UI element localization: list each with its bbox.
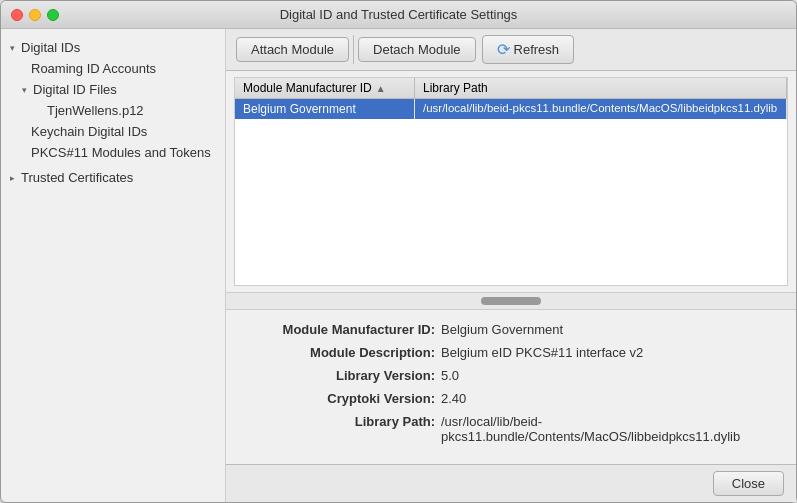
sidebar-label-digital-ids: Digital IDs — [21, 40, 80, 55]
window-title: Digital ID and Trusted Certificate Setti… — [280, 7, 518, 22]
detail-value-cryptoki: 2.40 — [441, 391, 776, 406]
table-header: Module Manufacturer ID ▲ Library Path — [235, 78, 787, 99]
detail-value-library-path: /usr/local/lib/beid-pkcs11.bundle/Conten… — [441, 414, 776, 444]
attach-module-button[interactable]: Attach Module — [236, 37, 349, 62]
content-area: Digital IDs Roaming ID Accounts Digital … — [1, 29, 796, 502]
detail-row-library-version: Library Version: 5.0 — [246, 368, 776, 383]
scrollbar-area — [226, 292, 796, 309]
module-table: Module Manufacturer ID ▲ Library Path Be… — [234, 77, 788, 286]
sidebar-label-roaming: Roaming ID Accounts — [31, 61, 156, 76]
arrow-trusted — [5, 171, 19, 185]
sidebar-label-pkcs: PKCS#11 Modules and Tokens — [31, 145, 211, 160]
sidebar-item-files[interactable]: Digital ID Files — [1, 79, 225, 100]
arrow-digital-ids — [5, 41, 19, 55]
main-panel: Attach Module Detach Module ⟳ Refresh Mo… — [226, 29, 796, 502]
col-header-manufacturer[interactable]: Module Manufacturer ID ▲ — [235, 78, 415, 98]
close-button[interactable]: Close — [713, 471, 784, 496]
detail-row-library-path: Library Path: /usr/local/lib/beid-pkcs11… — [246, 414, 776, 444]
sidebar-label-files: Digital ID Files — [33, 82, 117, 97]
col-library-label: Library Path — [423, 81, 488, 95]
sidebar-item-digital-ids[interactable]: Digital IDs — [1, 37, 225, 58]
maximize-traffic-light[interactable] — [47, 9, 59, 21]
detail-label-library-version: Library Version: — [246, 368, 441, 383]
sort-arrow-manufacturer: ▲ — [376, 83, 386, 94]
detail-value-manufacturer: Belgium Government — [441, 322, 776, 337]
detail-label-library-path: Library Path: — [246, 414, 441, 444]
arrow-files — [17, 83, 31, 97]
sidebar-label-tjenwellens: TjenWellens.p12 — [47, 103, 144, 118]
main-window: Digital ID and Trusted Certificate Setti… — [0, 0, 797, 503]
scroll-handle[interactable] — [481, 297, 541, 305]
col-manufacturer-label: Module Manufacturer ID — [243, 81, 372, 95]
sidebar-inner: Digital IDs Roaming ID Accounts Digital … — [1, 29, 225, 502]
col-header-library[interactable]: Library Path — [415, 78, 787, 98]
close-traffic-light[interactable] — [11, 9, 23, 21]
sidebar: Digital IDs Roaming ID Accounts Digital … — [1, 29, 226, 502]
table-row[interactable]: Belgium Government /usr/local/lib/beid-p… — [235, 99, 787, 119]
detail-row-description: Module Description: Belgium eID PKCS#11 … — [246, 345, 776, 360]
toolbar: Attach Module Detach Module ⟳ Refresh — [226, 29, 796, 71]
detail-panel: Module Manufacturer ID: Belgium Governme… — [226, 309, 796, 464]
sidebar-item-tjenwellens[interactable]: TjenWellens.p12 — [1, 100, 225, 121]
bottom-bar: Close — [226, 464, 796, 502]
cell-manufacturer: Belgium Government — [235, 99, 415, 119]
sidebar-label-keychain: Keychain Digital IDs — [31, 124, 147, 139]
sidebar-label-trusted: Trusted Certificates — [21, 170, 133, 185]
table-body: Belgium Government /usr/local/lib/beid-p… — [235, 99, 787, 285]
refresh-button[interactable]: ⟳ Refresh — [482, 35, 575, 64]
refresh-label: Refresh — [514, 42, 560, 57]
sidebar-item-roaming[interactable]: Roaming ID Accounts — [1, 58, 225, 79]
minimize-traffic-light[interactable] — [29, 9, 41, 21]
detail-label-cryptoki: Cryptoki Version: — [246, 391, 441, 406]
traffic-lights — [11, 9, 59, 21]
detail-label-description: Module Description: — [246, 345, 441, 360]
title-bar: Digital ID and Trusted Certificate Setti… — [1, 1, 796, 29]
sidebar-item-keychain[interactable]: Keychain Digital IDs — [1, 121, 225, 142]
detail-row-manufacturer: Module Manufacturer ID: Belgium Governme… — [246, 322, 776, 337]
sidebar-item-pkcs[interactable]: PKCS#11 Modules and Tokens — [1, 142, 225, 163]
sidebar-item-trusted[interactable]: Trusted Certificates — [1, 167, 225, 188]
detail-value-description: Belgium eID PKCS#11 interface v2 — [441, 345, 776, 360]
refresh-icon: ⟳ — [497, 40, 510, 59]
cell-library: /usr/local/lib/beid-pkcs11.bundle/Conten… — [415, 99, 787, 119]
detail-row-cryptoki: Cryptoki Version: 2.40 — [246, 391, 776, 406]
toolbar-divider — [353, 35, 354, 64]
detail-value-library-version: 5.0 — [441, 368, 776, 383]
detail-label-manufacturer: Module Manufacturer ID: — [246, 322, 441, 337]
detach-module-button[interactable]: Detach Module — [358, 37, 475, 62]
